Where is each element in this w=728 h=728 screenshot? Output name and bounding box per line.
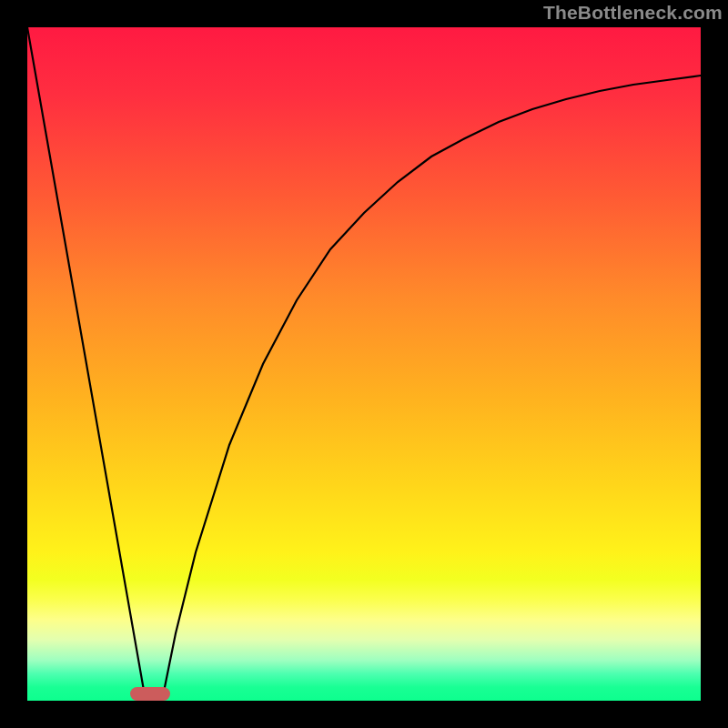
watermark-text: TheBottleneck.com bbox=[543, 2, 723, 24]
plot-area bbox=[27, 27, 701, 701]
left-branch bbox=[27, 27, 146, 701]
right-branch bbox=[162, 76, 701, 701]
sweet-spot-marker bbox=[130, 687, 170, 701]
chart-frame: TheBottleneck.com bbox=[0, 0, 728, 728]
bottleneck-curve bbox=[27, 27, 701, 701]
